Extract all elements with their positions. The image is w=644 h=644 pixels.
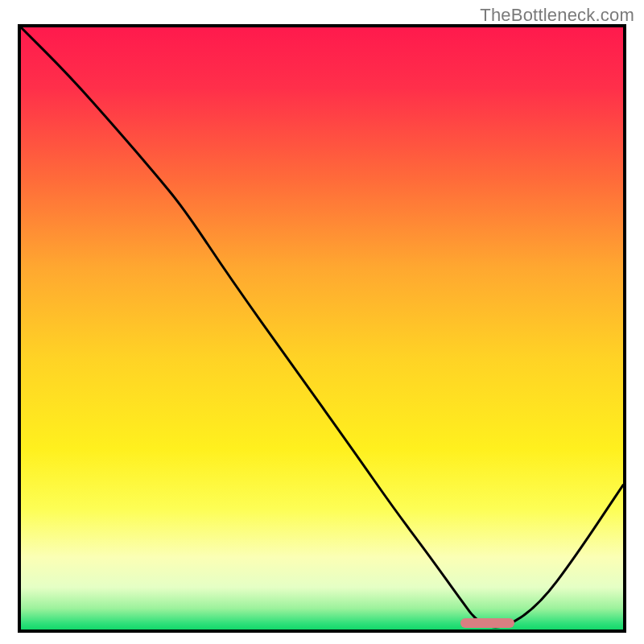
watermark-text: TheBottleneck.com <box>480 5 634 26</box>
chart-plot-area <box>21 27 623 630</box>
chart-stage: TheBottleneck.com <box>0 0 644 644</box>
chart-svg <box>21 27 623 630</box>
chart-background <box>21 27 623 630</box>
chart-frame <box>18 24 626 633</box>
optimal-marker <box>460 618 514 628</box>
